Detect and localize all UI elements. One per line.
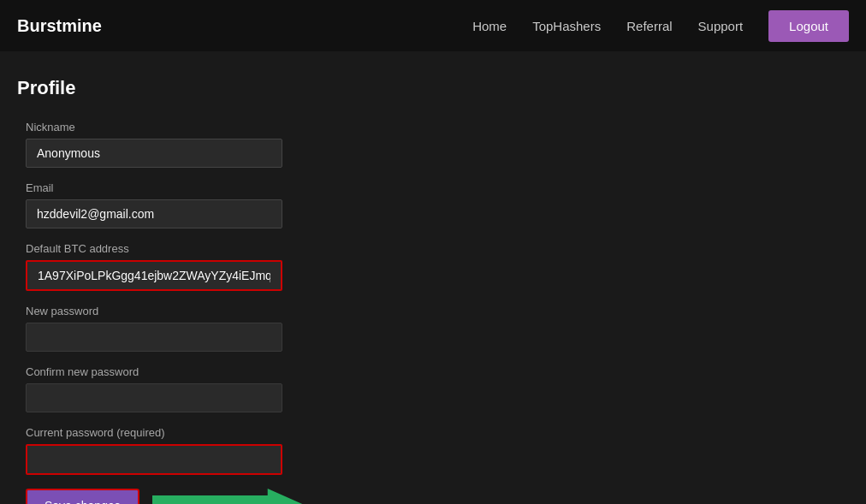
main-content: Profile Nickname Email Default BTC addre… xyxy=(0,51,866,504)
email-label: Email xyxy=(26,181,368,194)
current-password-group: Current password (required) xyxy=(26,426,368,475)
current-password-input[interactable] xyxy=(26,444,282,475)
email-input[interactable] xyxy=(26,199,282,228)
confirm-password-label: Confirm new password xyxy=(26,365,368,378)
arrow-indicator xyxy=(148,489,306,504)
new-password-input[interactable] xyxy=(26,323,282,352)
btc-input[interactable] xyxy=(26,260,282,291)
btc-group: Default BTC address xyxy=(26,242,368,291)
logo: Burstmine xyxy=(17,16,102,36)
form-actions: Save changes xyxy=(26,489,368,504)
email-group: Email xyxy=(26,181,368,228)
nav-referral[interactable]: Referral xyxy=(626,19,672,33)
logout-button[interactable]: Logout xyxy=(768,10,849,42)
current-password-label: Current password (required) xyxy=(26,426,368,439)
header: Burstmine Home TopHashers Referral Suppo… xyxy=(0,0,866,51)
confirm-password-group: Confirm new password xyxy=(26,365,368,412)
nav: Home TopHashers Referral Support Logout xyxy=(472,10,849,42)
confirm-password-input[interactable] xyxy=(26,383,282,412)
nav-home[interactable]: Home xyxy=(472,19,507,33)
btc-label: Default BTC address xyxy=(26,242,368,255)
nav-tophashers[interactable]: TopHashers xyxy=(532,19,601,33)
green-arrow-icon xyxy=(152,489,306,504)
page-title: Profile xyxy=(17,77,849,99)
new-password-label: New password xyxy=(26,305,368,317)
nickname-label: Nickname xyxy=(26,121,368,133)
nickname-group: Nickname xyxy=(26,121,368,168)
new-password-group: New password xyxy=(26,305,368,352)
nav-support[interactable]: Support xyxy=(698,19,744,33)
profile-form: Nickname Email Default BTC address New p… xyxy=(26,121,368,504)
nickname-input[interactable] xyxy=(26,139,282,168)
save-button[interactable]: Save changes xyxy=(26,489,139,504)
